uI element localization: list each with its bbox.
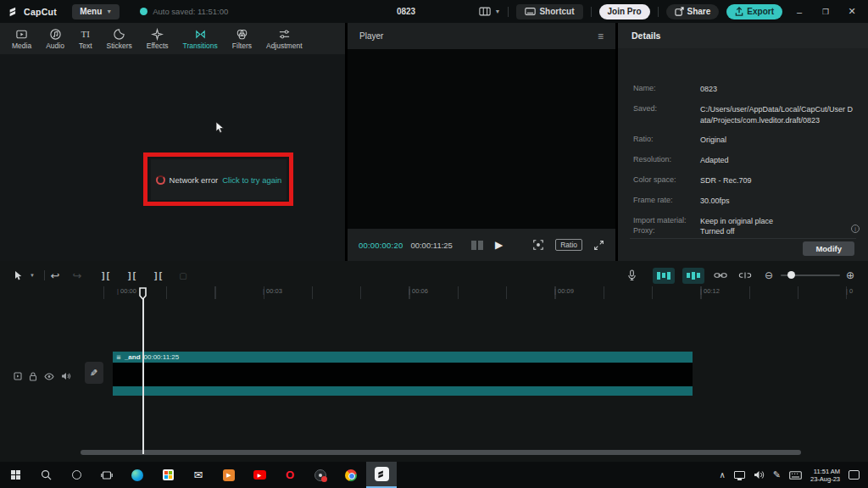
taskbar-mail[interactable]: ✉	[183, 462, 214, 488]
mirror-button[interactable]: ▢	[175, 264, 191, 286]
join-pro-button[interactable]: Join Pro	[599, 4, 650, 19]
tab-stickers[interactable]: Stickers	[103, 23, 136, 54]
chrome-icon	[345, 469, 357, 481]
mute-track-icon[interactable]	[61, 372, 71, 380]
modify-button[interactable]: Modify	[803, 241, 854, 256]
touch-keyboard-icon[interactable]	[789, 471, 802, 480]
menu-button[interactable]: Menu ▼	[72, 4, 120, 19]
video-clip[interactable]: ≣ _and 00:00:11:25	[113, 352, 693, 396]
capcut-icon	[375, 467, 389, 481]
playhead-handle[interactable]	[138, 287, 147, 300]
task-view-button[interactable]	[92, 462, 122, 488]
lock-track-icon[interactable]	[29, 372, 37, 381]
tab-label: Stickers	[107, 42, 132, 50]
detail-row-color-space: Color space: SDR - Rec.709	[633, 175, 856, 186]
tab-transitions[interactable]: Transitions	[180, 23, 221, 54]
tab-label: Text	[79, 42, 92, 50]
play-button[interactable]: ▶	[495, 239, 503, 251]
youtube-icon: ▶	[253, 470, 266, 480]
auto-snap-toggle[interactable]	[653, 264, 675, 286]
taskbar-capcut-active[interactable]	[366, 462, 397, 488]
tab-effects[interactable]: Effects	[143, 23, 172, 54]
link-clips-button[interactable]	[712, 264, 729, 286]
ratio-button[interactable]: Ratio	[555, 239, 582, 251]
timeline-horizontal-scrollbar[interactable]	[81, 450, 801, 455]
shortcut-button[interactable]: Shortcut	[516, 4, 582, 19]
redo-button[interactable]: ↪	[70, 264, 85, 286]
split-button[interactable]: ][	[97, 264, 114, 286]
search-button[interactable]	[31, 462, 61, 488]
title-bar: CapCut Menu ▼ Auto saved: 11:51:00 0823 …	[0, 0, 868, 23]
detail-label: Ratio:	[633, 135, 700, 146]
taskbar-chrome[interactable]	[336, 462, 366, 488]
taskbar-recorder[interactable]	[305, 462, 336, 488]
ruler-mark: 00:00	[117, 287, 136, 295]
taskbar-youtube[interactable]: ▶	[244, 462, 275, 488]
window-minimize-button[interactable]: –	[790, 7, 809, 17]
windows-taskbar: ✉ ▶ ▶ O ∧ ✎ 11:51 AM 23-Aug-23	[0, 462, 868, 488]
video-preview[interactable]	[348, 49, 615, 229]
delete-left-button[interactable]: ][	[123, 264, 140, 286]
layout-switch-button[interactable]: ▼	[479, 7, 500, 16]
tab-filters[interactable]: Filters	[229, 23, 255, 54]
app-logo: CapCut	[8, 6, 57, 17]
edit-clip-button[interactable]: ✎	[85, 362, 103, 384]
taskbar-movies-tv[interactable]: ▶	[214, 462, 244, 488]
zoom-out-button[interactable]: ⊖	[762, 264, 776, 286]
toggle-visibility-icon[interactable]	[44, 373, 54, 380]
clip-header[interactable]: ≣ _and 00:00:11:25	[113, 352, 693, 363]
export-button[interactable]: Export	[726, 4, 782, 19]
delete-right-button[interactable]: ][	[149, 264, 166, 286]
clock-time: 11:51 AM	[810, 468, 840, 475]
taskbar-store[interactable]	[153, 462, 183, 488]
tray-expand-icon[interactable]: ∧	[719, 470, 725, 480]
zoom-slider-thumb[interactable]	[787, 271, 795, 279]
transitions-icon	[194, 28, 207, 41]
clip-audio-strip[interactable]	[113, 386, 693, 396]
media-icon	[15, 28, 28, 41]
action-center-icon[interactable]	[849, 470, 860, 480]
tab-adjustment[interactable]: Adjustment	[263, 23, 306, 54]
audio-icon	[49, 28, 62, 41]
start-button[interactable]	[0, 462, 31, 488]
network-icon[interactable]	[734, 471, 745, 479]
frame-preview-icon[interactable]	[471, 241, 483, 250]
window-maximize-button[interactable]: ❐	[816, 8, 835, 16]
playhead-line[interactable]	[142, 288, 144, 454]
timeline-panel: ▼ ↩ ↪ ][ ][ ][ ▢ ⊖ ⊕ 00:00 00:03 00:06 0…	[0, 261, 868, 462]
chevron-down-icon[interactable]: ▼	[27, 264, 37, 286]
project-title: 0823	[381, 0, 431, 23]
window-close-button[interactable]: ✕	[843, 6, 861, 17]
player-menu-icon[interactable]: ≡	[598, 30, 604, 42]
recorder-icon	[314, 469, 326, 481]
info-icon[interactable]: i	[851, 225, 860, 233]
focus-preview-icon[interactable]	[532, 239, 544, 251]
divider	[44, 270, 45, 280]
timeline-ruler[interactable]: 00:00 00:03 00:06 00:09 00:12 0	[76, 286, 868, 299]
autosave-dot-icon	[140, 8, 147, 15]
tab-media[interactable]: Media	[8, 23, 35, 54]
tab-text[interactable]: TI Text	[75, 23, 96, 54]
magnetic-align-toggle[interactable]	[682, 264, 704, 286]
taskbar-edge[interactable]	[122, 462, 153, 488]
taskbar-clock[interactable]: 11:51 AM 23-Aug-23	[810, 468, 840, 483]
select-tool-button[interactable]	[10, 264, 27, 286]
taskbar-opera[interactable]: O	[275, 462, 305, 488]
clock-date: 23-Aug-23	[810, 475, 840, 483]
pen-icon[interactable]: ✎	[773, 469, 781, 480]
detail-label: Name:	[633, 84, 700, 95]
volume-icon[interactable]	[754, 470, 765, 480]
undo-button[interactable]: ↩	[47, 264, 63, 286]
zoom-in-button[interactable]: ⊕	[843, 264, 857, 286]
divider	[508, 7, 509, 17]
details-panel: Details Name: 0823 Saved: C:/Users/user/…	[618, 23, 868, 261]
record-voiceover-button[interactable]	[624, 264, 639, 286]
unlink-clips-button[interactable]	[737, 264, 754, 286]
fullscreen-icon[interactable]	[593, 240, 604, 251]
share-button[interactable]: Share	[666, 4, 720, 19]
cortana-button[interactable]	[61, 462, 92, 488]
retry-link[interactable]: Click to try again	[222, 175, 281, 185]
total-timecode: 00:00:11:25	[410, 241, 452, 250]
clip-thumbnail-strip[interactable]	[113, 363, 693, 386]
tab-audio[interactable]: Audio	[42, 23, 68, 54]
